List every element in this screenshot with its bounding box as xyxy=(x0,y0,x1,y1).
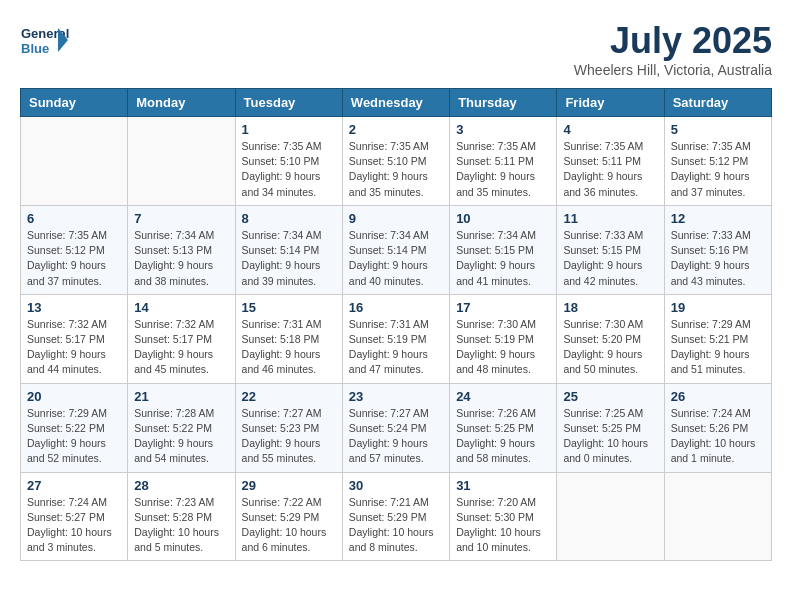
day-info: Sunrise: 7:34 AM Sunset: 5:14 PM Dayligh… xyxy=(242,228,336,289)
calendar-day-cell: 28Sunrise: 7:23 AM Sunset: 5:28 PM Dayli… xyxy=(128,472,235,561)
day-of-week-header: Monday xyxy=(128,89,235,117)
calendar-day-cell: 17Sunrise: 7:30 AM Sunset: 5:19 PM Dayli… xyxy=(450,294,557,383)
day-of-week-header: Saturday xyxy=(664,89,771,117)
calendar-week-row: 20Sunrise: 7:29 AM Sunset: 5:22 PM Dayli… xyxy=(21,383,772,472)
day-info: Sunrise: 7:29 AM Sunset: 5:22 PM Dayligh… xyxy=(27,406,121,467)
day-number: 17 xyxy=(456,300,550,315)
day-of-week-header: Friday xyxy=(557,89,664,117)
day-number: 27 xyxy=(27,478,121,493)
day-info: Sunrise: 7:21 AM Sunset: 5:29 PM Dayligh… xyxy=(349,495,443,556)
day-info: Sunrise: 7:35 AM Sunset: 5:12 PM Dayligh… xyxy=(27,228,121,289)
calendar-week-row: 13Sunrise: 7:32 AM Sunset: 5:17 PM Dayli… xyxy=(21,294,772,383)
calendar-day-cell: 25Sunrise: 7:25 AM Sunset: 5:25 PM Dayli… xyxy=(557,383,664,472)
day-number: 2 xyxy=(349,122,443,137)
day-number: 6 xyxy=(27,211,121,226)
calendar-day-cell: 8Sunrise: 7:34 AM Sunset: 5:14 PM Daylig… xyxy=(235,205,342,294)
calendar-week-row: 6Sunrise: 7:35 AM Sunset: 5:12 PM Daylig… xyxy=(21,205,772,294)
calendar-week-row: 1Sunrise: 7:35 AM Sunset: 5:10 PM Daylig… xyxy=(21,117,772,206)
day-info: Sunrise: 7:26 AM Sunset: 5:25 PM Dayligh… xyxy=(456,406,550,467)
day-info: Sunrise: 7:32 AM Sunset: 5:17 PM Dayligh… xyxy=(134,317,228,378)
day-info: Sunrise: 7:24 AM Sunset: 5:26 PM Dayligh… xyxy=(671,406,765,467)
day-of-week-header: Thursday xyxy=(450,89,557,117)
month-title: July 2025 xyxy=(574,20,772,62)
day-info: Sunrise: 7:34 AM Sunset: 5:14 PM Dayligh… xyxy=(349,228,443,289)
day-info: Sunrise: 7:35 AM Sunset: 5:10 PM Dayligh… xyxy=(349,139,443,200)
calendar-day-cell: 22Sunrise: 7:27 AM Sunset: 5:23 PM Dayli… xyxy=(235,383,342,472)
calendar-day-cell: 20Sunrise: 7:29 AM Sunset: 5:22 PM Dayli… xyxy=(21,383,128,472)
day-number: 25 xyxy=(563,389,657,404)
day-number: 22 xyxy=(242,389,336,404)
day-info: Sunrise: 7:35 AM Sunset: 5:12 PM Dayligh… xyxy=(671,139,765,200)
day-info: Sunrise: 7:27 AM Sunset: 5:24 PM Dayligh… xyxy=(349,406,443,467)
day-number: 13 xyxy=(27,300,121,315)
calendar-day-cell: 2Sunrise: 7:35 AM Sunset: 5:10 PM Daylig… xyxy=(342,117,449,206)
calendar-day-cell: 15Sunrise: 7:31 AM Sunset: 5:18 PM Dayli… xyxy=(235,294,342,383)
day-number: 23 xyxy=(349,389,443,404)
day-info: Sunrise: 7:31 AM Sunset: 5:18 PM Dayligh… xyxy=(242,317,336,378)
calendar-day-cell: 12Sunrise: 7:33 AM Sunset: 5:16 PM Dayli… xyxy=(664,205,771,294)
day-number: 5 xyxy=(671,122,765,137)
day-of-week-header: Tuesday xyxy=(235,89,342,117)
day-number: 11 xyxy=(563,211,657,226)
logo-svg: General Blue xyxy=(20,20,70,65)
day-number: 14 xyxy=(134,300,228,315)
calendar-day-cell: 4Sunrise: 7:35 AM Sunset: 5:11 PM Daylig… xyxy=(557,117,664,206)
calendar-day-cell: 19Sunrise: 7:29 AM Sunset: 5:21 PM Dayli… xyxy=(664,294,771,383)
day-info: Sunrise: 7:32 AM Sunset: 5:17 PM Dayligh… xyxy=(27,317,121,378)
day-number: 18 xyxy=(563,300,657,315)
calendar-day-cell: 9Sunrise: 7:34 AM Sunset: 5:14 PM Daylig… xyxy=(342,205,449,294)
day-info: Sunrise: 7:33 AM Sunset: 5:15 PM Dayligh… xyxy=(563,228,657,289)
logo: General Blue xyxy=(20,20,70,65)
calendar-day-cell xyxy=(664,472,771,561)
day-number: 30 xyxy=(349,478,443,493)
svg-text:Blue: Blue xyxy=(21,41,49,56)
day-info: Sunrise: 7:31 AM Sunset: 5:19 PM Dayligh… xyxy=(349,317,443,378)
day-number: 8 xyxy=(242,211,336,226)
calendar-day-cell: 10Sunrise: 7:34 AM Sunset: 5:15 PM Dayli… xyxy=(450,205,557,294)
page-header: General Blue July 2025 Wheelers Hill, Vi… xyxy=(20,20,772,78)
day-info: Sunrise: 7:20 AM Sunset: 5:30 PM Dayligh… xyxy=(456,495,550,556)
calendar-day-cell: 23Sunrise: 7:27 AM Sunset: 5:24 PM Dayli… xyxy=(342,383,449,472)
day-of-week-header: Wednesday xyxy=(342,89,449,117)
day-info: Sunrise: 7:24 AM Sunset: 5:27 PM Dayligh… xyxy=(27,495,121,556)
calendar-day-cell: 31Sunrise: 7:20 AM Sunset: 5:30 PM Dayli… xyxy=(450,472,557,561)
day-info: Sunrise: 7:30 AM Sunset: 5:20 PM Dayligh… xyxy=(563,317,657,378)
calendar-day-cell: 7Sunrise: 7:34 AM Sunset: 5:13 PM Daylig… xyxy=(128,205,235,294)
calendar-table: SundayMondayTuesdayWednesdayThursdayFrid… xyxy=(20,88,772,561)
day-number: 16 xyxy=(349,300,443,315)
location: Wheelers Hill, Victoria, Australia xyxy=(574,62,772,78)
day-of-week-header: Sunday xyxy=(21,89,128,117)
day-info: Sunrise: 7:22 AM Sunset: 5:29 PM Dayligh… xyxy=(242,495,336,556)
title-section: July 2025 Wheelers Hill, Victoria, Austr… xyxy=(574,20,772,78)
calendar-day-cell: 26Sunrise: 7:24 AM Sunset: 5:26 PM Dayli… xyxy=(664,383,771,472)
calendar-day-cell: 6Sunrise: 7:35 AM Sunset: 5:12 PM Daylig… xyxy=(21,205,128,294)
day-info: Sunrise: 7:35 AM Sunset: 5:10 PM Dayligh… xyxy=(242,139,336,200)
calendar-day-cell: 24Sunrise: 7:26 AM Sunset: 5:25 PM Dayli… xyxy=(450,383,557,472)
day-number: 3 xyxy=(456,122,550,137)
calendar-day-cell xyxy=(557,472,664,561)
calendar-day-cell: 1Sunrise: 7:35 AM Sunset: 5:10 PM Daylig… xyxy=(235,117,342,206)
day-number: 20 xyxy=(27,389,121,404)
day-number: 24 xyxy=(456,389,550,404)
calendar-day-cell: 18Sunrise: 7:30 AM Sunset: 5:20 PM Dayli… xyxy=(557,294,664,383)
calendar-day-cell xyxy=(128,117,235,206)
day-info: Sunrise: 7:33 AM Sunset: 5:16 PM Dayligh… xyxy=(671,228,765,289)
calendar-header-row: SundayMondayTuesdayWednesdayThursdayFrid… xyxy=(21,89,772,117)
day-number: 19 xyxy=(671,300,765,315)
day-number: 7 xyxy=(134,211,228,226)
day-number: 29 xyxy=(242,478,336,493)
calendar-day-cell: 3Sunrise: 7:35 AM Sunset: 5:11 PM Daylig… xyxy=(450,117,557,206)
calendar-day-cell: 14Sunrise: 7:32 AM Sunset: 5:17 PM Dayli… xyxy=(128,294,235,383)
day-info: Sunrise: 7:35 AM Sunset: 5:11 PM Dayligh… xyxy=(456,139,550,200)
calendar-day-cell: 29Sunrise: 7:22 AM Sunset: 5:29 PM Dayli… xyxy=(235,472,342,561)
day-number: 31 xyxy=(456,478,550,493)
day-info: Sunrise: 7:28 AM Sunset: 5:22 PM Dayligh… xyxy=(134,406,228,467)
calendar-day-cell: 27Sunrise: 7:24 AM Sunset: 5:27 PM Dayli… xyxy=(21,472,128,561)
calendar-day-cell: 5Sunrise: 7:35 AM Sunset: 5:12 PM Daylig… xyxy=(664,117,771,206)
day-number: 26 xyxy=(671,389,765,404)
day-number: 9 xyxy=(349,211,443,226)
day-info: Sunrise: 7:34 AM Sunset: 5:13 PM Dayligh… xyxy=(134,228,228,289)
day-number: 4 xyxy=(563,122,657,137)
calendar-day-cell: 13Sunrise: 7:32 AM Sunset: 5:17 PM Dayli… xyxy=(21,294,128,383)
day-number: 12 xyxy=(671,211,765,226)
